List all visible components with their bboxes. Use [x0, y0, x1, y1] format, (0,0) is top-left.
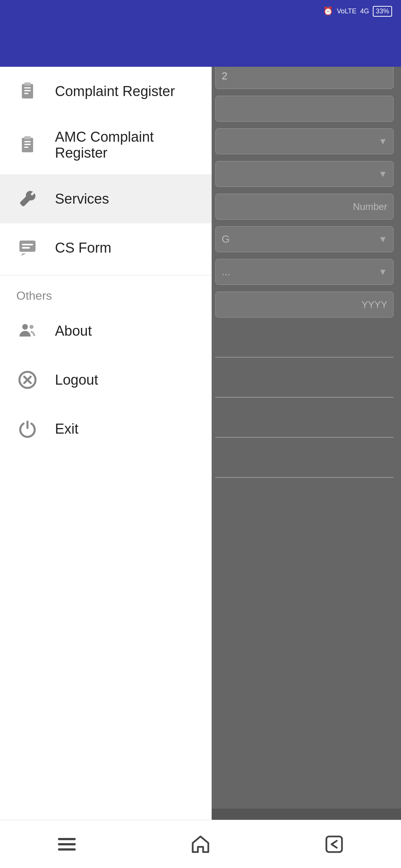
navigation-drawer: Complaint Register AMC Complaint Registe…	[0, 0, 212, 868]
svg-rect-2	[24, 87, 30, 88]
bottom-nav	[0, 820, 401, 868]
menu-item-complaint-register[interactable]: Complaint Register	[0, 67, 212, 116]
bg-dropdown-1	[215, 128, 394, 154]
home-icon	[190, 834, 211, 855]
svg-rect-6	[24, 136, 30, 139]
bg-input-2	[215, 96, 394, 122]
others-section-header: Others	[0, 279, 212, 306]
hamburger-icon	[56, 834, 77, 855]
battery-icon: 33%	[373, 6, 392, 17]
svg-rect-3	[24, 90, 30, 91]
menu-item-services[interactable]: Services	[0, 174, 212, 223]
others-menu-section: About Logout Exit	[0, 306, 212, 453]
svg-rect-8	[24, 144, 30, 145]
bg-input-6	[215, 444, 394, 478]
clipboard-icon-2	[16, 134, 39, 156]
bg-input-5	[215, 404, 394, 438]
volte-icon: VoLTE	[337, 7, 356, 15]
back-nav-icon	[324, 834, 345, 855]
menu-label-cs-form: CS Form	[55, 240, 111, 256]
menu-label-complaint-register: Complaint Register	[55, 83, 175, 99]
background-form: 2 Number G ... YYYY	[212, 56, 401, 809]
menu-label-logout: Logout	[55, 372, 98, 388]
menu-label-services: Services	[55, 191, 109, 207]
menu-item-about[interactable]: About	[0, 306, 212, 355]
menu-item-exit[interactable]: Exit	[0, 404, 212, 453]
alarm-icon: ⏰	[323, 6, 333, 16]
menu-label-exit: Exit	[55, 421, 78, 437]
menu-item-amc-complaint-register[interactable]: AMC Complaint Register	[0, 116, 212, 174]
svg-rect-10	[19, 241, 35, 252]
bg-dropdown-3: G	[215, 226, 394, 252]
wrench-icon	[16, 188, 39, 210]
svg-rect-4	[24, 93, 28, 94]
bg-dropdown-2	[215, 161, 394, 187]
bg-dropdown-4: ...	[215, 259, 394, 285]
svg-rect-7	[24, 141, 30, 142]
svg-rect-11	[22, 244, 33, 245]
clipboard-icon-1	[16, 80, 39, 102]
back-nav-button[interactable]	[316, 826, 353, 863]
people-icon	[16, 320, 39, 342]
lte-icon: 4G	[360, 7, 369, 15]
comment-icon	[16, 237, 39, 259]
bg-input-3	[215, 324, 394, 358]
drawer-header	[0, 0, 212, 67]
menu-item-logout[interactable]: Logout	[0, 355, 212, 404]
status-right: ⏰ VoLTE 4G 33%	[323, 6, 392, 17]
menu-label-about: About	[55, 323, 92, 339]
bg-input-1: 2	[215, 63, 394, 89]
main-menu-section: Complaint Register AMC Complaint Registe…	[0, 67, 212, 272]
svg-rect-1	[24, 82, 30, 86]
bg-input-4	[215, 364, 394, 398]
svg-rect-21	[326, 836, 342, 852]
section-divider	[0, 275, 212, 276]
circle-x-icon	[16, 369, 39, 391]
power-icon	[16, 418, 39, 440]
menu-item-cs-form[interactable]: CS Form	[0, 223, 212, 272]
svg-point-13	[22, 324, 28, 330]
home-button[interactable]	[182, 826, 219, 863]
svg-point-14	[29, 325, 33, 329]
bg-input-date: YYYY	[215, 292, 394, 318]
svg-rect-9	[24, 147, 28, 148]
svg-rect-12	[22, 247, 30, 249]
bg-input-number: Number	[215, 194, 394, 220]
menu-label-amc-complaint-register: AMC Complaint Register	[55, 129, 195, 161]
menu-button[interactable]	[48, 826, 85, 863]
